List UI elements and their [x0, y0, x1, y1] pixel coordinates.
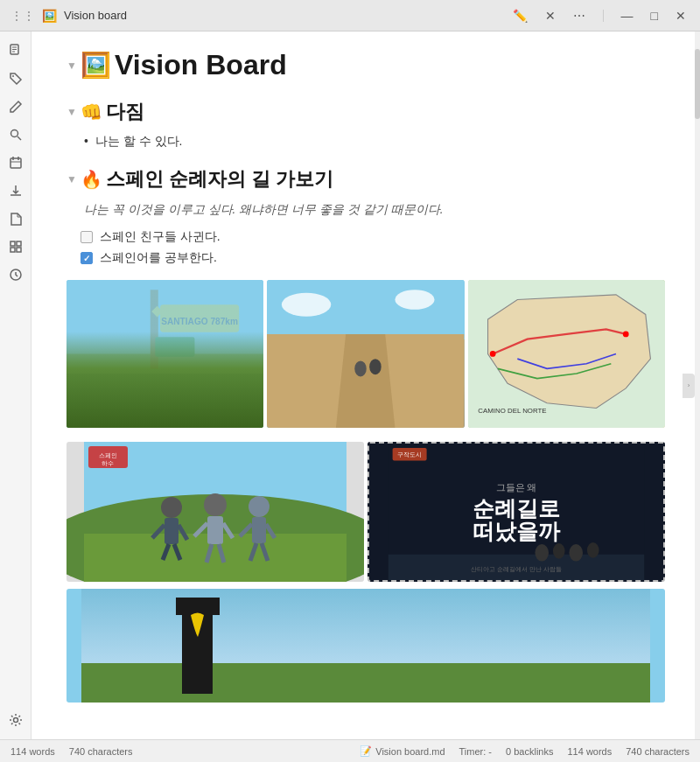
svg-text:CAMINO DEL NORTE: CAMINO DEL NORTE	[478, 407, 546, 415]
svg-text:구작도시: 구작도시	[397, 451, 422, 458]
section2-collapse[interactable]: ▼	[66, 173, 77, 185]
svg-rect-45	[207, 516, 223, 544]
section1-title: 다짐	[106, 99, 144, 125]
image-signpost[interactable]: SANTIAGO 787km	[66, 280, 263, 428]
sidebar-icon-file[interactable]	[4, 206, 28, 231]
svg-rect-7	[10, 158, 21, 168]
title-collapse-arrow[interactable]: ▼	[66, 59, 77, 72]
section2-title: 스페인 순례자의 길 가보기	[106, 166, 333, 192]
sidebar-icon-edit[interactable]	[4, 94, 28, 119]
section1-header: ▼ 👊 다짐	[66, 99, 665, 125]
sidebar-icon-tags[interactable]	[4, 66, 28, 91]
scrollbar-thumb[interactable]	[695, 49, 700, 119]
svg-rect-14	[17, 248, 21, 252]
drag-handle[interactable]: ⋮⋮	[10, 9, 35, 23]
svg-rect-11	[10, 241, 15, 246]
svg-point-27	[355, 361, 368, 377]
image-grid-row1: SANTIAGO 787km	[66, 280, 665, 428]
svg-rect-24	[155, 338, 194, 358]
svg-point-16	[13, 718, 18, 723]
status-chars: 740 characters	[69, 746, 133, 757]
svg-rect-51	[252, 517, 266, 543]
doc-title-row: ▼ 🖼️ Vision Board	[66, 49, 665, 81]
maximize-button[interactable]: □	[648, 7, 662, 24]
svg-text:산티아고 순례길에서 만난 사람들: 산티아고 순례길에서 만난 사람들	[471, 567, 562, 574]
section1-emoji: 👊	[80, 101, 102, 122]
sidebar-icon-grid[interactable]	[4, 234, 28, 259]
title-bar-controls: ✏️ ✕ ⋯ — □ ✕	[509, 7, 690, 24]
svg-text:순례길로: 순례길로	[472, 496, 560, 521]
sidebar-icon-calendar[interactable]	[4, 150, 28, 175]
sidebar-icon-download[interactable]	[4, 178, 28, 203]
section2-header: ▼ 🔥 스페인 순례자의 길 가보기	[66, 166, 665, 192]
svg-point-64	[535, 544, 549, 562]
more-button[interactable]: ⋯	[570, 7, 589, 24]
status-bar: 114 words 740 characters 📝 Vision board.…	[0, 739, 700, 762]
svg-point-4	[12, 75, 14, 77]
sidebar-icon-search[interactable]	[4, 122, 28, 147]
sidebar-icon-settings[interactable]	[4, 708, 28, 732]
image-road[interactable]	[267, 280, 464, 428]
image-map[interactable]: CAMINO DEL NORTE	[468, 280, 665, 428]
image-grid-row2: 스페인 하수 그들은 왜 순례길로 떠났을까	[66, 442, 665, 582]
close-window-button[interactable]: ✕	[672, 7, 690, 24]
svg-text:스페인: 스페인	[99, 452, 117, 458]
svg-rect-22	[151, 306, 163, 318]
image-pilgrimage[interactable]: 그들은 왜 순례길로 떠났을까 산티아고 순례길에서 만난 사람들	[368, 442, 665, 582]
bullet-item-1: • 나는 할 수 있다.	[66, 132, 665, 150]
bullet-text-1: 나는 할 수 있다.	[95, 132, 183, 150]
svg-rect-39	[164, 518, 178, 544]
checkbox-label-2: 스페인어를 공부한다.	[100, 250, 217, 266]
title-bar-file-icon: 🖼️	[42, 9, 57, 23]
svg-rect-17	[66, 280, 263, 428]
doc-title-emoji: 🖼️	[80, 51, 111, 80]
status-right-words: 114 words	[567, 746, 612, 757]
sidebar	[0, 31, 32, 739]
status-filename[interactable]: Vision board.md	[375, 746, 444, 757]
svg-point-65	[553, 543, 565, 559]
close-tab-button[interactable]: ✕	[542, 7, 559, 24]
status-words: 114 words	[10, 746, 55, 757]
status-timer: Timer: -	[459, 746, 492, 757]
checkbox-2[interactable]	[80, 252, 93, 264]
section-daejim: ▼ 👊 다짐 • 나는 할 수 있다.	[66, 99, 665, 150]
svg-rect-77	[176, 598, 220, 615]
svg-text:하수: 하수	[102, 460, 114, 466]
doc-title: Vision Board	[115, 49, 287, 81]
svg-point-28	[369, 360, 382, 375]
scrollbar-track[interactable]	[695, 31, 700, 739]
title-bar-left: ⋮⋮ 🖼️ Vision board	[10, 9, 127, 23]
right-panel-toggle[interactable]: ›	[682, 374, 695, 398]
section2-italic: 나는 꼭 이것을 이루고 싶다. 왜냐하면 너무 좋을 것 같기 때문이다.	[66, 199, 665, 219]
image-bottom[interactable]	[66, 589, 665, 703]
svg-rect-72	[81, 663, 650, 703]
section1-collapse[interactable]: ▼	[66, 106, 77, 118]
minimize-button[interactable]: —	[618, 7, 637, 24]
checkbox-1[interactable]	[80, 231, 93, 243]
svg-rect-21	[160, 305, 239, 333]
title-bar-title: Vision board	[64, 9, 127, 22]
edit-button[interactable]: ✏️	[509, 7, 531, 24]
svg-point-67	[587, 542, 599, 558]
status-backlinks[interactable]: 0 backlinks	[506, 746, 553, 757]
svg-rect-13	[10, 248, 15, 252]
title-bar: ⋮⋮ 🖼️ Vision board ✏️ ✕ ⋯ — □ ✕	[0, 0, 700, 31]
status-file-icon: 📝	[360, 745, 372, 757]
image-hikers[interactable]: 스페인 하수	[66, 442, 364, 582]
svg-rect-18	[66, 369, 263, 429]
section2-emoji: 🔥	[80, 169, 102, 190]
sidebar-icon-clock[interactable]	[4, 262, 28, 287]
svg-line-6	[18, 136, 21, 140]
svg-point-50	[248, 496, 270, 517]
svg-text:그들은 왜: 그들은 왜	[496, 482, 537, 493]
svg-point-5	[10, 130, 18, 137]
svg-point-66	[569, 544, 583, 562]
svg-rect-75	[81, 589, 650, 663]
svg-point-29	[282, 293, 331, 317]
svg-rect-12	[17, 241, 21, 246]
checkbox-item-1[interactable]: 스페인 친구들 사귄다.	[66, 229, 665, 245]
bullet-dot-1: •	[84, 132, 88, 150]
sidebar-icon-files[interactable]	[4, 38, 28, 63]
svg-text:떠났을까: 떠났을까	[472, 520, 561, 544]
checkbox-item-2[interactable]: 스페인어를 공부한다.	[66, 250, 665, 266]
